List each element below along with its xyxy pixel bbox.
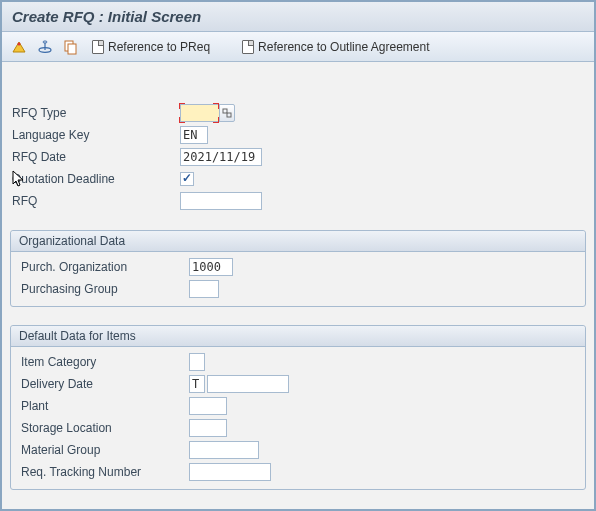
req-tracking-number-input[interactable] <box>189 463 271 481</box>
purch-organization-input[interactable] <box>189 258 233 276</box>
language-key-input[interactable] <box>180 126 208 144</box>
rfq-date-input[interactable] <box>180 148 262 166</box>
plant-input[interactable] <box>189 397 227 415</box>
label-storage-location: Storage Location <box>19 421 189 435</box>
label-language-key: Language Key <box>10 128 180 142</box>
group-default-data-for-items: Default Data for Items Item Category Del… <box>10 325 586 490</box>
row-rfq: RFQ <box>10 190 586 212</box>
label-delivery-date: Delivery Date <box>19 377 189 391</box>
group-header-default-data: Default Data for Items <box>11 326 585 347</box>
label-material-group: Material Group <box>19 443 189 457</box>
row-purch-organization: Purch. Organization <box>19 256 577 278</box>
label-rfq-date: RFQ Date <box>10 150 180 164</box>
row-req-tracking-number: Req. Tracking Number <box>19 461 577 483</box>
delivery-date-type-input[interactable] <box>189 375 205 393</box>
label-rfq-type: RFQ Type <box>10 106 180 120</box>
label-quotation-deadline: Quotation Deadline <box>10 172 180 186</box>
label-req-tracking-number: Req. Tracking Number <box>19 465 189 479</box>
row-quotation-deadline: Quotation Deadline <box>10 168 586 190</box>
copy-icon[interactable] <box>62 38 80 56</box>
group-organizational-data: Organizational Data Purch. Organization … <box>10 230 586 307</box>
group-header-organizational-data: Organizational Data <box>11 231 585 252</box>
label-rfq: RFQ <box>10 194 180 208</box>
material-group-input[interactable] <box>189 441 259 459</box>
label-purch-organization: Purch. Organization <box>19 260 189 274</box>
row-language-key: Language Key <box>10 124 586 146</box>
svg-rect-4 <box>68 44 76 54</box>
title-bar: Create RFQ : Initial Screen <box>2 2 594 32</box>
document-icon <box>242 40 254 54</box>
svg-point-2 <box>43 41 47 43</box>
svg-rect-5 <box>223 109 227 113</box>
row-delivery-date: Delivery Date <box>19 373 577 395</box>
page-title: Create RFQ : Initial Screen <box>12 8 584 25</box>
svg-point-0 <box>18 42 21 45</box>
header-icon[interactable] <box>36 38 54 56</box>
item-category-input[interactable] <box>189 353 205 371</box>
row-purchasing-group: Purchasing Group <box>19 278 577 300</box>
row-material-group: Material Group <box>19 439 577 461</box>
overview-icon[interactable] <box>10 38 28 56</box>
reference-to-preq-label: Reference to PReq <box>108 40 210 54</box>
label-plant: Plant <box>19 399 189 413</box>
rfq-input[interactable] <box>180 192 262 210</box>
purchasing-group-input[interactable] <box>189 280 219 298</box>
label-purchasing-group: Purchasing Group <box>19 282 189 296</box>
application-toolbar: Reference to PReq Reference to Outline A… <box>2 32 594 62</box>
delivery-date-input[interactable] <box>207 375 289 393</box>
reference-to-outline-label: Reference to Outline Agreement <box>258 40 429 54</box>
window-frame: Create RFQ : Initial Screen Reference to… <box>0 0 596 511</box>
label-item-category: Item Category <box>19 355 189 369</box>
storage-location-input[interactable] <box>189 419 227 437</box>
row-rfq-type: RFQ Type <box>10 102 586 124</box>
svg-rect-6 <box>227 113 231 117</box>
reference-to-outline-agreement-button[interactable]: Reference to Outline Agreement <box>238 38 433 56</box>
f4-help-button[interactable] <box>219 104 235 122</box>
row-plant: Plant <box>19 395 577 417</box>
reference-to-preq-button[interactable]: Reference to PReq <box>88 38 214 56</box>
row-storage-location: Storage Location <box>19 417 577 439</box>
quotation-deadline-checkbox[interactable] <box>180 172 194 186</box>
row-item-category: Item Category <box>19 351 577 373</box>
content-area: RFQ Type Language Key RFQ Date Quotation… <box>2 62 594 498</box>
document-icon <box>92 40 104 54</box>
row-rfq-date: RFQ Date <box>10 146 586 168</box>
